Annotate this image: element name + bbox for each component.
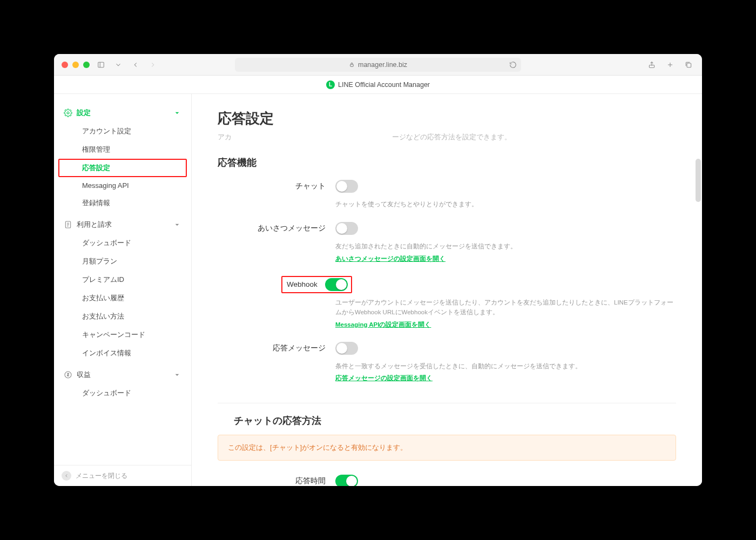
- sidebar-item-response-settings[interactable]: 応答設定: [58, 159, 187, 177]
- sidebar-item-payment-method[interactable]: お支払い方法: [58, 307, 187, 326]
- link-auto-reply-settings[interactable]: 応答メッセージの設定画面を開く: [335, 374, 433, 382]
- app-title: LINE Official Account Manager: [338, 81, 430, 89]
- scrollbar-thumb[interactable]: [696, 159, 701, 202]
- caret-down-icon: [173, 220, 181, 229]
- sidebar-footer-label: メニューを閉じる: [76, 471, 127, 481]
- sidebar-toggle-button[interactable]: [95, 59, 107, 70]
- lock-icon: [349, 62, 355, 68]
- tab-group-dropdown[interactable]: [112, 59, 124, 70]
- setting-desc-chat: チャットを使って友だちとやりとりができます。: [335, 199, 676, 209]
- chevron-down-icon: [114, 61, 122, 69]
- gear-icon: [64, 109, 72, 117]
- svg-marker-13: [176, 224, 179, 226]
- sidebar-group-label: 利用と請求: [77, 220, 112, 230]
- link-messaging-api-settings[interactable]: Messaging APIの設定画面を開く: [335, 321, 431, 329]
- minimize-window-button[interactable]: [72, 62, 79, 68]
- setting-desc-auto-reply: 条件と一致するメッセージを受信したときに、自動的にメッセージを送信できます。: [335, 361, 676, 371]
- toggle-greeting[interactable]: [335, 222, 358, 235]
- page-title: 応答設定: [218, 109, 676, 128]
- svg-marker-15: [176, 374, 179, 376]
- svg-rect-6: [687, 63, 691, 68]
- toggle-hours[interactable]: [335, 475, 358, 486]
- plus-icon: [666, 61, 674, 69]
- section-title-chat-method: チャットの応答方法: [234, 414, 676, 427]
- dollar-circle-icon: [64, 370, 72, 379]
- document-icon: [64, 220, 72, 229]
- toggle-webhook[interactable]: [325, 278, 348, 291]
- setting-label-auto-reply: 応答メッセージ: [218, 342, 326, 353]
- section-title-features: 応答機能: [218, 156, 676, 169]
- caret-down-icon: [173, 109, 181, 117]
- window-controls: [62, 62, 90, 68]
- chevron-left-icon: [132, 61, 139, 69]
- sidebar-item-registration-info[interactable]: 登録情報: [58, 194, 187, 212]
- webhook-highlight-box: Webhook: [281, 276, 352, 293]
- sidebar-group-settings[interactable]: 設定: [58, 104, 187, 122]
- sidebar-item-messaging-api[interactable]: Messaging API: [58, 177, 187, 194]
- sidebar-collapse-button[interactable]: メニューを閉じる: [54, 465, 191, 486]
- sidebar-item-payment-history[interactable]: お支払い履歴: [58, 289, 187, 307]
- line-logo-icon: L: [326, 80, 335, 89]
- toggle-auto-reply[interactable]: [335, 342, 358, 355]
- sidebar-group-billing[interactable]: 利用と請求: [58, 215, 187, 234]
- tabs-icon: [685, 61, 692, 69]
- reload-icon[interactable]: [509, 61, 517, 69]
- maximize-window-button[interactable]: [83, 62, 90, 68]
- setting-label-hours: 応答時間: [218, 475, 326, 486]
- svg-rect-0: [98, 62, 104, 67]
- url-host: manager.line.biz: [358, 61, 407, 69]
- setting-row-hours: 応答時間: [218, 471, 676, 486]
- svg-point-7: [67, 112, 69, 114]
- sidebar: 設定 アカウント設定 権限管理 応答設定 Messaging API 登録情報 …: [54, 94, 192, 486]
- sidebar-item-revenue-dashboard[interactable]: ダッシュボード: [58, 384, 187, 402]
- setting-row-greeting: あいさつメッセージ 友だち追加されたときに自動的にメッセージを送信できます。 あ…: [218, 219, 676, 272]
- sidebar-group-label: 収益: [77, 370, 91, 380]
- sidebar-item-dashboard[interactable]: ダッシュボード: [58, 234, 187, 252]
- sidebar-group-revenue[interactable]: 収益: [58, 366, 187, 384]
- browser-window: manager.line.biz L LINE Official Account…: [54, 54, 702, 486]
- sidebar-item-invoice-info[interactable]: インボイス情報: [58, 344, 187, 362]
- sidebar-item-campaign-code[interactable]: キャンペーンコード: [58, 326, 187, 344]
- link-greeting-settings[interactable]: あいさつメッセージの設定画面を開く: [335, 255, 446, 263]
- setting-desc-greeting: 友だち追加されたときに自動的にメッセージを送信できます。: [335, 241, 676, 251]
- sidebar-scroll: 設定 アカウント設定 権限管理 応答設定 Messaging API 登録情報 …: [54, 94, 191, 465]
- setting-row-auto-reply: 応答メッセージ 条件と一致するメッセージを受信したときに、自動的にメッセージを送…: [218, 339, 676, 392]
- back-button[interactable]: [130, 59, 141, 70]
- sidebar-group-label: 設定: [77, 108, 91, 118]
- collapse-circle: [62, 471, 71, 481]
- setting-label-webhook: Webhook: [287, 280, 318, 288]
- forward-button[interactable]: [147, 59, 159, 70]
- close-window-button[interactable]: [62, 62, 68, 68]
- tabs-overview-button[interactable]: [683, 59, 694, 70]
- new-tab-button[interactable]: [664, 59, 676, 70]
- chat-method-notice: この設定は、[チャット]がオンになると有効になります。: [218, 435, 676, 461]
- sidebar-item-account-settings[interactable]: アカウント設定: [58, 122, 187, 140]
- share-icon: [648, 61, 656, 69]
- svg-rect-2: [350, 64, 354, 66]
- share-button[interactable]: [646, 59, 658, 70]
- svg-marker-8: [176, 112, 179, 114]
- setting-row-webhook: Webhook ユーザーがアカウントにメッセージを送信したり、アカウントを友だち…: [218, 273, 676, 339]
- divider: [218, 403, 676, 403]
- setting-row-chat: チャット チャットを使って友だちとやりとりができます。: [218, 177, 676, 219]
- chevron-right-icon: [149, 61, 157, 69]
- page-description: アカ ージなどの応答方法を設定できます。: [218, 132, 676, 142]
- setting-label-chat: チャット: [218, 180, 326, 191]
- browser-titlebar: manager.line.biz: [54, 54, 702, 76]
- setting-desc-webhook: ユーザーがアカウントにメッセージを送信したり、アカウントを友だち追加したりしたと…: [335, 298, 676, 318]
- app-header: L LINE Official Account Manager: [54, 76, 702, 94]
- toggle-chat[interactable]: [335, 180, 358, 193]
- sidebar-icon: [97, 61, 105, 69]
- app-body: 設定 アカウント設定 権限管理 応答設定 Messaging API 登録情報 …: [54, 94, 702, 486]
- titlebar-right: [646, 59, 694, 70]
- sidebar-item-monthly-plan[interactable]: 月額プラン: [58, 252, 187, 271]
- main-content: 応答設定 アカ ージなどの応答方法を設定できます。 応答機能 チャット チャット…: [192, 94, 702, 486]
- setting-label-greeting: あいさつメッセージ: [218, 222, 326, 233]
- chevron-left-icon: [64, 473, 69, 478]
- caret-down-icon: [173, 370, 181, 379]
- address-bar[interactable]: manager.line.biz: [235, 58, 521, 72]
- sidebar-item-permissions[interactable]: 権限管理: [58, 140, 187, 159]
- sidebar-item-premium-id[interactable]: プレミアムID: [58, 271, 187, 289]
